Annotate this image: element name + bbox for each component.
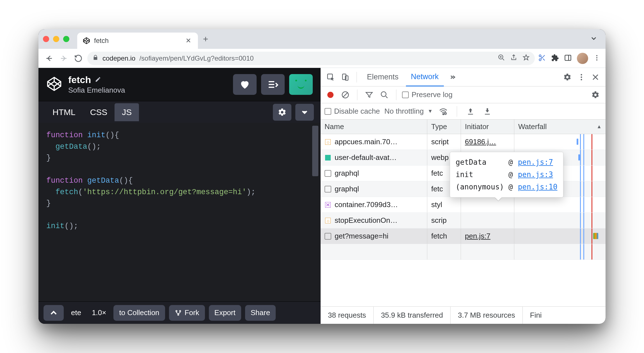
tooltip-link[interactable]: pen.js:10: [518, 181, 558, 193]
preserve-log-checkbox[interactable]: Preserve log: [402, 90, 453, 99]
browser-tab[interactable]: fetch ✕: [77, 33, 198, 49]
tabs-dropdown-button[interactable]: [590, 38, 598, 43]
url-host: codepen.io: [102, 54, 135, 62]
bookmark-star-icon[interactable]: [522, 54, 530, 63]
network-settings-icon[interactable]: [589, 89, 602, 101]
throttling-select[interactable]: No throttling ▼: [384, 107, 433, 116]
table-row[interactable]: ◇stopExecutionOn…scrip: [321, 213, 606, 228]
tab-title: fetch: [94, 37, 180, 45]
footer-expand-button[interactable]: [44, 305, 64, 321]
device-toggle-icon[interactable]: [339, 71, 351, 83]
table-row[interactable]: ◇appcues.main.70…script69186.j…: [321, 134, 606, 150]
download-har-icon[interactable]: [481, 105, 494, 118]
tab-elements[interactable]: Elements: [362, 68, 404, 86]
tab-js[interactable]: JS: [115, 103, 139, 121]
layout-button[interactable]: [261, 74, 285, 95]
row-checkbox[interactable]: [325, 233, 331, 240]
status-requests: 38 requests: [321, 307, 374, 324]
scissors-icon[interactable]: [538, 54, 546, 63]
col-waterfall[interactable]: Waterfall▲: [514, 120, 606, 134]
more-tabs-icon[interactable]: [446, 71, 458, 83]
tooltip-link[interactable]: pen.js:7: [518, 156, 553, 168]
request-name: graphql: [335, 169, 359, 178]
devtools-settings-icon[interactable]: [561, 71, 574, 83]
request-name: container.7099d3…: [335, 200, 398, 209]
back-button[interactable]: [44, 53, 55, 64]
network-toolbar: Preserve log: [321, 86, 606, 103]
zoom-level[interactable]: 1.0×: [88, 308, 109, 317]
browser-menu-button[interactable]: [593, 54, 600, 63]
codepen-pane: fetch Sofia Emelianova HTML CSS JS: [38, 68, 321, 324]
codepen-footer: ete 1.0× to Collection Fork Export Share: [38, 301, 321, 324]
zoom-icon[interactable]: [498, 54, 505, 63]
svg-point-6: [596, 59, 597, 60]
table-row[interactable]: get?message=hifetchpen.js:7: [321, 228, 606, 244]
table-row[interactable]: container.7099d3…styl: [321, 197, 606, 213]
svg-point-13: [581, 74, 582, 75]
close-window-button[interactable]: [43, 36, 49, 42]
forward-button[interactable]: [58, 53, 69, 64]
export-button[interactable]: Export: [209, 305, 241, 321]
row-checkbox[interactable]: [325, 186, 331, 192]
svg-point-9: [177, 314, 179, 315]
svg-point-4: [596, 55, 597, 56]
search-icon[interactable]: [378, 89, 390, 101]
pen-author[interactable]: Sofia Emelianova: [68, 86, 125, 95]
profile-avatar[interactable]: [577, 53, 588, 64]
initiator-link[interactable]: pen.js:7: [465, 232, 490, 240]
editor-settings-button[interactable]: [273, 104, 291, 121]
tab-html[interactable]: HTML: [45, 103, 83, 121]
scrollbar-thumb[interactable]: [312, 126, 318, 176]
lock-icon: [92, 54, 99, 62]
col-type[interactable]: Type: [427, 120, 461, 134]
svg-point-2: [539, 59, 541, 61]
share-icon[interactable]: [510, 54, 517, 63]
share-button[interactable]: Share: [245, 305, 276, 321]
devtools-close-icon[interactable]: [589, 71, 602, 83]
reload-button[interactable]: [73, 53, 84, 64]
new-tab-button[interactable]: +: [203, 34, 208, 44]
svg-rect-22: [325, 155, 331, 161]
svg-point-8: [179, 310, 181, 311]
codepen-logo-icon: [46, 76, 62, 93]
network-status-bar: 38 requests 35.9 kB transferred 3.7 MB r…: [321, 306, 606, 324]
close-tab-button[interactable]: ✕: [184, 37, 193, 45]
filter-icon[interactable]: [363, 89, 375, 101]
table-header: Name Type Initiator Waterfall▲: [321, 120, 606, 134]
network-conditions-icon[interactable]: [437, 105, 449, 118]
code-editor[interactable]: function init(){ getData(); } function g…: [38, 123, 321, 301]
add-to-collection-button[interactable]: to Collection: [113, 305, 165, 321]
upload-har-icon[interactable]: [464, 105, 477, 118]
record-button[interactable]: [327, 92, 334, 98]
request-name: stopExecutionOn…: [335, 216, 398, 225]
devtools-more-icon[interactable]: [575, 71, 588, 83]
panel-icon[interactable]: [564, 54, 572, 63]
col-name[interactable]: Name: [321, 120, 427, 134]
clear-icon[interactable]: [339, 89, 351, 101]
heart-button[interactable]: [233, 74, 257, 95]
svg-point-5: [596, 57, 597, 58]
address-bar[interactable]: codepen.io/sofiayem/pen/LYdGvLg?editors=…: [87, 52, 535, 65]
tooltip-link[interactable]: pen.js:3: [518, 168, 553, 181]
footer-fragment: ete: [68, 308, 85, 317]
maximize-window-button[interactable]: [63, 36, 69, 42]
user-avatar[interactable]: [289, 74, 313, 95]
file-type-icon: ◇: [325, 217, 331, 224]
disable-cache-checkbox[interactable]: Disable cache: [325, 107, 380, 116]
svg-text:◇: ◇: [327, 219, 330, 223]
edit-title-icon[interactable]: [95, 76, 101, 84]
tab-network[interactable]: Network: [406, 68, 444, 86]
svg-point-7: [176, 310, 177, 311]
codepen-header: fetch Sofia Emelianova: [38, 68, 321, 101]
tab-css[interactable]: CSS: [83, 103, 115, 121]
svg-rect-3: [565, 55, 571, 60]
request-type: styl: [427, 197, 461, 212]
row-checkbox[interactable]: [325, 170, 331, 177]
col-initiator[interactable]: Initiator: [461, 120, 514, 134]
inspect-element-icon[interactable]: [325, 71, 337, 83]
minimize-window-button[interactable]: [53, 36, 59, 42]
fork-button[interactable]: Fork: [169, 305, 205, 321]
editor-collapse-button[interactable]: [295, 104, 314, 121]
extensions-icon[interactable]: [551, 54, 559, 63]
initiator-link[interactable]: 69186.j…: [465, 137, 496, 146]
